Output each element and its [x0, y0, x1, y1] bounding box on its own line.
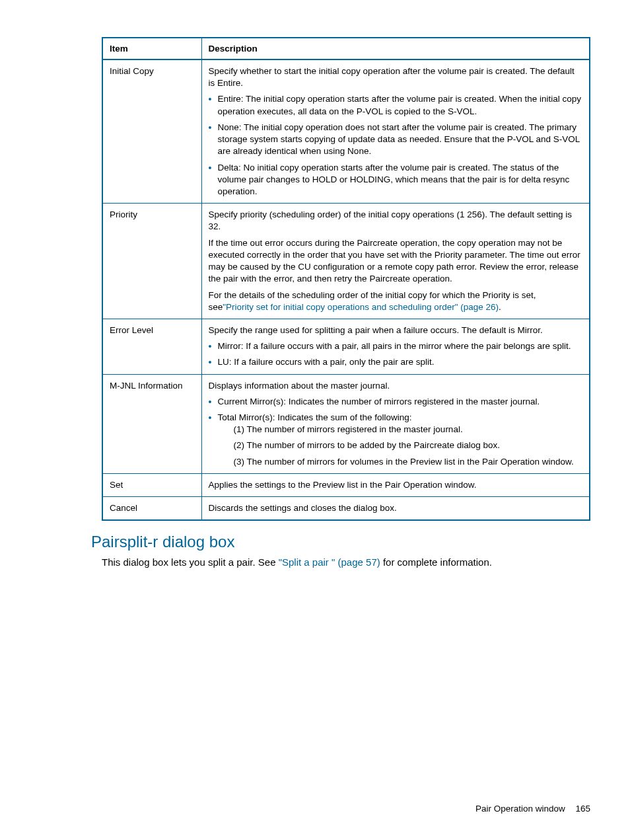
text: Specify priority (scheduling order) of t…: [209, 209, 583, 233]
list-item: Entire: The initial copy operation start…: [209, 93, 583, 117]
cell-item: Priority: [102, 204, 201, 319]
list-item: Total Mirror(s): Indicates the sum of th…: [209, 412, 583, 424]
cell-description: Applies the settings to the Preview list…: [201, 473, 590, 496]
cell-item: Cancel: [102, 497, 201, 521]
header-item: Item: [102, 38, 201, 59]
cell-item: Error Level: [102, 319, 201, 374]
sub-item: (1) The number of mirrors registered in …: [209, 424, 583, 436]
table-row: Cancel Discards the settings and closes …: [102, 497, 590, 521]
cell-item: Initial Copy: [102, 59, 201, 204]
text: Specify whether to start the initial cop…: [209, 65, 583, 89]
list-item: Delta: No initial copy operation starts …: [209, 162, 583, 198]
sub-item: (3) The number of mirrors for volumes in…: [209, 456, 583, 468]
text-suffix: for complete information.: [380, 556, 492, 568]
text: If the time out error occurs during the …: [209, 237, 583, 286]
text: Specify the range used for splitting a p…: [209, 325, 583, 336]
cell-description: Specify priority (scheduling order) of t…: [201, 204, 590, 319]
table-row: Error Level Specify the range used for s…: [102, 319, 590, 374]
table-row: M-JNL Information Displays information a…: [102, 374, 590, 473]
table-row: Priority Specify priority (scheduling or…: [102, 204, 590, 319]
page-footer: Pair Operation window 165: [475, 804, 590, 814]
text-prefix: This dialog box lets you split a pair. S…: [102, 556, 279, 568]
cell-item: Set: [102, 473, 201, 496]
bullet-list: Entire: The initial copy operation start…: [209, 93, 583, 198]
list-item: None: The initial copy operation does no…: [209, 122, 583, 158]
cell-description: Displays information about the master jo…: [201, 374, 590, 473]
cell-description: Specify whether to start the initial cop…: [201, 59, 590, 204]
table-header-row: Item Description: [102, 38, 590, 59]
text: Displays information about the master jo…: [209, 380, 583, 392]
footer-section-title: Pair Operation window: [475, 804, 565, 814]
section-heading: Pairsplit-r dialog box: [91, 533, 590, 551]
cell-description: Discards the settings and closes the dia…: [201, 497, 590, 521]
cross-reference-link[interactable]: "Split a pair " (page 57): [279, 556, 380, 568]
sub-item: (2) The number of mirrors to be added by…: [209, 439, 583, 451]
body-paragraph: This dialog box lets you split a pair. S…: [102, 555, 590, 569]
text-suffix: .: [499, 302, 501, 312]
list-item: Mirror: If a failure occurs with a pair,…: [209, 340, 583, 352]
parameter-table: Item Description Initial Copy Specify wh…: [102, 37, 590, 521]
bullet-list: Current Mirror(s): Indicates the number …: [209, 396, 583, 424]
list-item: LU: If a failure occurs with a pair, onl…: [209, 356, 583, 368]
text: For the details of the scheduling order …: [209, 289, 583, 313]
cross-reference-link[interactable]: "Priority set for initial copy operation…: [223, 302, 499, 312]
list-item: Current Mirror(s): Indicates the number …: [209, 396, 583, 408]
footer-page-number: 165: [575, 804, 590, 814]
bullet-list: Mirror: If a failure occurs with a pair,…: [209, 340, 583, 368]
cell-description: Specify the range used for splitting a p…: [201, 319, 590, 374]
table-row: Set Applies the settings to the Preview …: [102, 473, 590, 496]
cell-item: M-JNL Information: [102, 374, 201, 473]
header-description: Description: [201, 38, 590, 59]
table-row: Initial Copy Specify whether to start th…: [102, 59, 590, 204]
